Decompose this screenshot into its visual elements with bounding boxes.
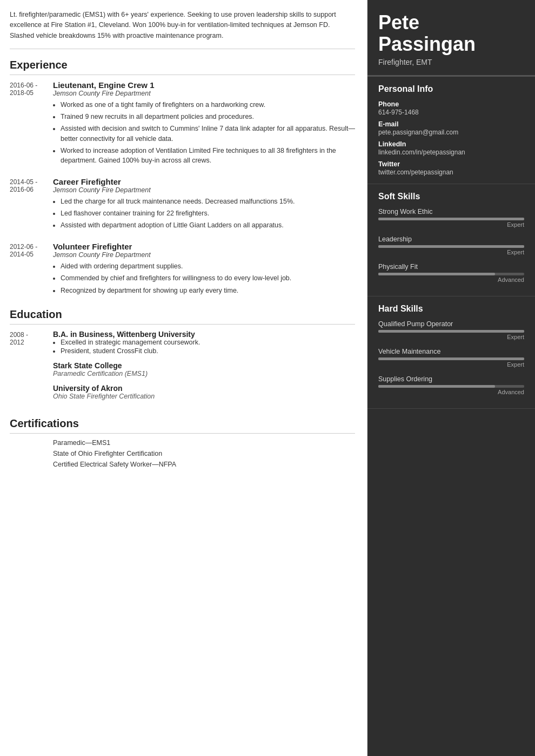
hard-skill-name-2: Vehicle Maintenance <box>378 348 524 355</box>
edu-sub-2: Paramedic Certification (EMS1) <box>53 370 355 377</box>
exp-title-1: Lieutenant, Engine Crew 1 <box>53 80 355 90</box>
soft-skill-2: Leadership Expert <box>378 235 524 255</box>
soft-skills-title: Soft Skills <box>378 192 524 201</box>
exp-content-2: Career Firefighter Jemson County Fire De… <box>53 177 355 232</box>
hard-skill-bar-bg-2 <box>378 357 524 360</box>
hard-skill-level-1: Expert <box>378 334 524 340</box>
exp-bullet: Aided with ordering department supplies. <box>61 261 355 271</box>
edu-bullets-1: Excelled in strategic management coursew… <box>53 339 355 355</box>
email-value: pete.passignan@gmail.com <box>378 129 524 136</box>
soft-skill-name-2: Leadership <box>378 235 524 243</box>
edu-block-1: B.A. in Business, Wittenberg University … <box>53 330 355 355</box>
soft-skill-level-3: Advanced <box>378 276 524 283</box>
linkedin-label: LinkedIn <box>378 140 524 148</box>
edu-date-1: 2008 -2012 <box>10 330 53 407</box>
phone-value: 614-975-1468 <box>378 109 524 116</box>
experience-item-2: 2014-05 -2016-06 Career Firefighter Jems… <box>10 177 355 232</box>
soft-skills-section: Soft Skills Strong Work Ethic Expert Lea… <box>367 184 535 296</box>
exp-company-1: Jemson County Fire Department <box>53 90 355 97</box>
hard-skill-level-3: Advanced <box>378 389 524 395</box>
hard-skill-bar-fill-3 <box>378 385 495 388</box>
experience-item-1: 2016-06 -2018-05 Lieutenant, Engine Crew… <box>10 80 355 167</box>
hard-skills-section: Hard Skills Qualified Pump Operator Expe… <box>367 296 535 409</box>
twitter-label: Twitter <box>378 160 524 168</box>
exp-bullet: Assisted with department adoption of Lit… <box>61 220 355 230</box>
hard-skill-3: Supplies Ordering Advanced <box>378 375 524 395</box>
hard-skill-name-1: Qualified Pump Operator <box>378 320 524 328</box>
soft-skill-name-1: Strong Work Ethic <box>378 208 524 215</box>
hard-skill-bar-bg-1 <box>378 330 524 333</box>
education-section: Education 2008 -2012 B.A. in Business, W… <box>10 308 355 407</box>
soft-skill-level-1: Expert <box>378 221 524 228</box>
exp-bullets-1: Worked as one of a tight family of firef… <box>53 100 355 165</box>
soft-skill-name-3: Physically Fit <box>378 263 524 271</box>
exp-bullets-2: Led the charge for all truck maintenance… <box>53 197 355 230</box>
cert-list: Paramedic—EMS1 State of Ohio Firefighter… <box>10 439 355 468</box>
exp-date-1: 2016-06 -2018-05 <box>10 80 53 167</box>
personal-info-section: Personal Info Phone 614-975-1468 E-mail … <box>367 77 535 184</box>
certifications-section: Certifications Paramedic—EMS1 State of O… <box>10 417 355 468</box>
exp-date-2: 2014-05 -2016-06 <box>10 177 53 232</box>
soft-skill-bar-fill-2 <box>378 245 524 248</box>
candidate-title: Firefighter, EMT <box>378 58 524 66</box>
exp-bullet: Assisted with decision and switch to Cum… <box>61 124 355 143</box>
soft-skill-level-2: Expert <box>378 249 524 255</box>
left-column: Lt. firefighter/paramedic (EMS1) with 6+… <box>0 0 367 756</box>
personal-info-title: Personal Info <box>378 84 524 94</box>
experience-section: Experience 2016-06 -2018-05 Lieutenant, … <box>10 59 355 298</box>
exp-content-1: Lieutenant, Engine Crew 1 Jemson County … <box>53 80 355 167</box>
education-title: Education <box>10 308 355 325</box>
exp-bullet: Recognized by department for showing up … <box>61 286 355 295</box>
exp-title-2: Career Firefighter <box>53 177 355 186</box>
experience-item-3: 2012-06 -2014-05 Volunteer Firefighter J… <box>10 242 355 297</box>
email-label: E-mail <box>378 120 524 128</box>
exp-company-2: Jemson County Fire Department <box>53 186 355 194</box>
resume-layout: Lt. firefighter/paramedic (EMS1) with 6+… <box>0 0 535 756</box>
edu-title-2: Stark State College <box>53 361 355 370</box>
exp-company-3: Jemson County Fire Department <box>53 251 355 259</box>
soft-skill-bar-bg-2 <box>378 245 524 248</box>
edu-sub-3: Ohio State Firefighter Certification <box>53 393 355 400</box>
edu-content-1: B.A. in Business, Wittenberg University … <box>53 330 355 407</box>
exp-bullet: Led flashover container training for 22 … <box>61 208 355 218</box>
exp-content-3: Volunteer Firefighter Jemson County Fire… <box>53 242 355 297</box>
edu-bullet: Excelled in strategic management coursew… <box>61 339 355 346</box>
hard-skill-name-3: Supplies Ordering <box>378 375 524 383</box>
candidate-name: PetePassingan <box>378 12 524 55</box>
right-header: PetePassingan Firefighter, EMT <box>367 0 535 77</box>
soft-skill-3: Physically Fit Advanced <box>378 263 524 283</box>
hard-skill-2: Vehicle Maintenance Expert <box>378 348 524 368</box>
twitter-value: twitter.com/petepassignan <box>378 168 524 176</box>
edu-bullet: President, student CrossFit club. <box>61 347 355 355</box>
soft-skill-bar-fill-1 <box>378 218 524 220</box>
edu-block-3: University of Akron Ohio State Firefight… <box>53 384 355 400</box>
cert-item-2: State of Ohio Firefighter Certification <box>10 450 355 457</box>
hard-skill-1: Qualified Pump Operator Expert <box>378 320 524 340</box>
soft-skill-bar-bg-1 <box>378 218 524 220</box>
right-column: PetePassingan Firefighter, EMT Personal … <box>367 0 535 756</box>
education-item-1: 2008 -2012 B.A. in Business, Wittenberg … <box>10 330 355 407</box>
hard-skill-bar-fill-2 <box>378 357 524 360</box>
hard-skill-bar-fill-1 <box>378 330 524 333</box>
exp-title-3: Volunteer Firefighter <box>53 242 355 251</box>
exp-bullet: Commended by chief and firefighters for … <box>61 273 355 283</box>
phone-label: Phone <box>378 100 524 108</box>
certifications-title: Certifications <box>10 417 355 434</box>
exp-date-3: 2012-06 -2014-05 <box>10 242 53 297</box>
edu-title-1: B.A. in Business, Wittenberg University <box>53 330 355 339</box>
linkedin-value: linkedin.com/in/petepassignan <box>378 148 524 156</box>
edu-block-2: Stark State College Paramedic Certificat… <box>53 361 355 377</box>
exp-bullet: Worked to increase adoption of Ventilati… <box>61 146 355 165</box>
cert-item-1: Paramedic—EMS1 <box>10 439 355 447</box>
soft-skill-bar-bg-3 <box>378 273 524 275</box>
exp-bullets-3: Aided with ordering department supplies.… <box>53 261 355 295</box>
hard-skills-title: Hard Skills <box>378 304 524 314</box>
soft-skill-bar-fill-3 <box>378 273 495 275</box>
exp-bullet: Trained 9 new recruits in all department… <box>61 112 355 122</box>
hard-skill-bar-bg-3 <box>378 385 524 388</box>
cert-item-3: Certified Electrical Safety Worker—NFPA <box>10 461 355 468</box>
soft-skill-1: Strong Work Ethic Expert <box>378 208 524 228</box>
edu-title-3: University of Akron <box>53 384 355 393</box>
exp-bullet: Worked as one of a tight family of firef… <box>61 100 355 110</box>
hard-skill-level-2: Expert <box>378 361 524 368</box>
